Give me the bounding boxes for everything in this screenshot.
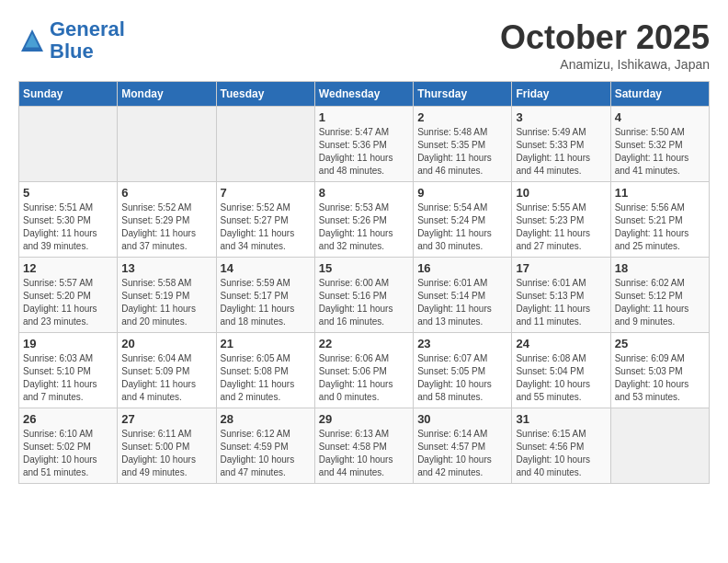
day-number: 10 bbox=[516, 186, 606, 200]
logo-text: General Blue bbox=[50, 18, 125, 63]
calendar-cell: 10Sunrise: 5:55 AMSunset: 5:23 PMDayligh… bbox=[512, 182, 610, 258]
calendar-table: SundayMondayTuesdayWednesdayThursdayFrid… bbox=[18, 81, 710, 484]
location-subtitle: Anamizu, Ishikawa, Japan bbox=[500, 57, 710, 72]
day-info: Sunrise: 6:14 AMSunset: 4:57 PMDaylight:… bbox=[417, 428, 507, 479]
day-info: Sunrise: 6:09 AMSunset: 5:03 PMDaylight:… bbox=[615, 352, 705, 404]
day-info: Sunrise: 5:52 AMSunset: 5:29 PMDaylight:… bbox=[121, 201, 211, 253]
day-info: Sunrise: 6:06 AMSunset: 5:06 PMDaylight:… bbox=[319, 352, 409, 404]
day-number: 16 bbox=[417, 261, 507, 275]
calendar-cell: 12Sunrise: 5:57 AMSunset: 5:20 PMDayligh… bbox=[19, 258, 118, 333]
calendar-cell: 13Sunrise: 5:58 AMSunset: 5:19 PMDayligh… bbox=[118, 258, 216, 333]
day-number: 29 bbox=[319, 412, 409, 426]
calendar-cell bbox=[610, 408, 709, 484]
calendar-cell: 19Sunrise: 6:03 AMSunset: 5:10 PMDayligh… bbox=[19, 333, 118, 408]
weekday-header: Wednesday bbox=[314, 82, 413, 107]
day-number: 9 bbox=[417, 186, 507, 200]
day-info: Sunrise: 5:47 AMSunset: 5:36 PMDaylight:… bbox=[319, 126, 409, 178]
day-info: Sunrise: 6:10 AMSunset: 5:02 PMDaylight:… bbox=[23, 428, 113, 479]
calendar-cell: 8Sunrise: 5:53 AMSunset: 5:26 PMDaylight… bbox=[314, 182, 413, 258]
day-number: 12 bbox=[23, 261, 113, 275]
day-number: 25 bbox=[615, 337, 705, 350]
day-info: Sunrise: 6:01 AMSunset: 5:14 PMDaylight:… bbox=[417, 277, 507, 328]
day-info: Sunrise: 6:12 AMSunset: 4:59 PMDaylight:… bbox=[221, 428, 311, 479]
calendar-cell: 25Sunrise: 6:09 AMSunset: 5:03 PMDayligh… bbox=[610, 333, 709, 408]
calendar-cell: 1Sunrise: 5:47 AMSunset: 5:36 PMDaylight… bbox=[314, 107, 413, 182]
day-number: 3 bbox=[516, 110, 606, 124]
calendar-cell bbox=[118, 107, 216, 182]
day-info: Sunrise: 6:03 AMSunset: 5:10 PMDaylight:… bbox=[23, 352, 113, 404]
calendar-cell: 17Sunrise: 6:01 AMSunset: 5:13 PMDayligh… bbox=[512, 258, 610, 333]
day-number: 23 bbox=[417, 337, 507, 350]
day-number: 13 bbox=[121, 261, 211, 275]
day-number: 8 bbox=[319, 186, 409, 200]
day-number: 18 bbox=[615, 261, 705, 275]
calendar-cell: 23Sunrise: 6:07 AMSunset: 5:05 PMDayligh… bbox=[414, 333, 512, 408]
calendar-cell: 26Sunrise: 6:10 AMSunset: 5:02 PMDayligh… bbox=[19, 408, 118, 484]
calendar-cell: 9Sunrise: 5:54 AMSunset: 5:24 PMDaylight… bbox=[414, 182, 512, 258]
day-number: 26 bbox=[23, 412, 113, 426]
day-number: 6 bbox=[121, 186, 211, 200]
calendar-cell bbox=[216, 107, 314, 182]
calendar-cell: 31Sunrise: 6:15 AMSunset: 4:56 PMDayligh… bbox=[512, 408, 610, 484]
title-block: October 2025 Anamizu, Ishikawa, Japan bbox=[500, 18, 710, 72]
calendar-header: SundayMondayTuesdayWednesdayThursdayFrid… bbox=[19, 82, 710, 107]
day-number: 14 bbox=[221, 261, 311, 275]
calendar-cell: 5Sunrise: 5:51 AMSunset: 5:30 PMDaylight… bbox=[19, 182, 118, 258]
weekday-header: Saturday bbox=[610, 82, 709, 107]
day-info: Sunrise: 5:49 AMSunset: 5:33 PMDaylight:… bbox=[516, 126, 606, 178]
day-info: Sunrise: 6:04 AMSunset: 5:09 PMDaylight:… bbox=[121, 352, 211, 404]
calendar-cell: 6Sunrise: 5:52 AMSunset: 5:29 PMDaylight… bbox=[118, 182, 216, 258]
calendar-week-row: 12Sunrise: 5:57 AMSunset: 5:20 PMDayligh… bbox=[19, 258, 710, 333]
day-info: Sunrise: 6:13 AMSunset: 4:58 PMDaylight:… bbox=[319, 428, 409, 479]
calendar-cell: 28Sunrise: 6:12 AMSunset: 4:59 PMDayligh… bbox=[216, 408, 314, 484]
day-number: 17 bbox=[516, 261, 606, 275]
calendar-week-row: 1Sunrise: 5:47 AMSunset: 5:36 PMDaylight… bbox=[19, 107, 710, 182]
page-header: General Blue October 2025 Anamizu, Ishik… bbox=[18, 18, 710, 72]
weekday-header: Monday bbox=[118, 82, 216, 107]
day-info: Sunrise: 5:55 AMSunset: 5:23 PMDaylight:… bbox=[516, 201, 606, 253]
calendar-cell: 7Sunrise: 5:52 AMSunset: 5:27 PMDaylight… bbox=[216, 182, 314, 258]
day-number: 2 bbox=[417, 110, 507, 124]
calendar-cell: 18Sunrise: 6:02 AMSunset: 5:12 PMDayligh… bbox=[610, 258, 709, 333]
day-info: Sunrise: 6:01 AMSunset: 5:13 PMDaylight:… bbox=[516, 277, 606, 328]
day-number: 5 bbox=[23, 186, 113, 200]
day-number: 22 bbox=[319, 337, 409, 350]
day-number: 19 bbox=[23, 337, 113, 350]
day-info: Sunrise: 5:50 AMSunset: 5:32 PMDaylight:… bbox=[615, 126, 705, 178]
logo: General Blue bbox=[18, 18, 125, 63]
logo-icon bbox=[18, 27, 46, 54]
weekday-header: Thursday bbox=[414, 82, 512, 107]
calendar-cell: 24Sunrise: 6:08 AMSunset: 5:04 PMDayligh… bbox=[512, 333, 610, 408]
day-info: Sunrise: 6:00 AMSunset: 5:16 PMDaylight:… bbox=[319, 277, 409, 328]
calendar-cell: 30Sunrise: 6:14 AMSunset: 4:57 PMDayligh… bbox=[414, 408, 512, 484]
calendar-cell: 20Sunrise: 6:04 AMSunset: 5:09 PMDayligh… bbox=[118, 333, 216, 408]
calendar-cell: 14Sunrise: 5:59 AMSunset: 5:17 PMDayligh… bbox=[216, 258, 314, 333]
day-number: 31 bbox=[516, 412, 606, 426]
day-number: 20 bbox=[121, 337, 211, 350]
calendar-cell: 11Sunrise: 5:56 AMSunset: 5:21 PMDayligh… bbox=[610, 182, 709, 258]
calendar-cell: 27Sunrise: 6:11 AMSunset: 5:00 PMDayligh… bbox=[118, 408, 216, 484]
day-info: Sunrise: 5:48 AMSunset: 5:35 PMDaylight:… bbox=[417, 126, 507, 178]
calendar-week-row: 5Sunrise: 5:51 AMSunset: 5:30 PMDaylight… bbox=[19, 182, 710, 258]
calendar-cell: 4Sunrise: 5:50 AMSunset: 5:32 PMDaylight… bbox=[610, 107, 709, 182]
calendar-cell: 22Sunrise: 6:06 AMSunset: 5:06 PMDayligh… bbox=[314, 333, 413, 408]
weekday-row: SundayMondayTuesdayWednesdayThursdayFrid… bbox=[19, 82, 710, 107]
calendar-cell: 21Sunrise: 6:05 AMSunset: 5:08 PMDayligh… bbox=[216, 333, 314, 408]
day-info: Sunrise: 6:15 AMSunset: 4:56 PMDaylight:… bbox=[516, 428, 606, 479]
day-info: Sunrise: 5:51 AMSunset: 5:30 PMDaylight:… bbox=[23, 201, 113, 253]
day-info: Sunrise: 5:59 AMSunset: 5:17 PMDaylight:… bbox=[221, 277, 311, 328]
day-info: Sunrise: 6:07 AMSunset: 5:05 PMDaylight:… bbox=[417, 352, 507, 404]
day-number: 15 bbox=[319, 261, 409, 275]
day-info: Sunrise: 6:02 AMSunset: 5:12 PMDaylight:… bbox=[615, 277, 705, 328]
calendar-body: 1Sunrise: 5:47 AMSunset: 5:36 PMDaylight… bbox=[19, 107, 710, 484]
day-number: 27 bbox=[121, 412, 211, 426]
day-info: Sunrise: 5:52 AMSunset: 5:27 PMDaylight:… bbox=[221, 201, 311, 253]
day-info: Sunrise: 5:56 AMSunset: 5:21 PMDaylight:… bbox=[615, 201, 705, 253]
day-number: 1 bbox=[319, 110, 409, 124]
calendar-cell: 2Sunrise: 5:48 AMSunset: 5:35 PMDaylight… bbox=[414, 107, 512, 182]
day-info: Sunrise: 6:08 AMSunset: 5:04 PMDaylight:… bbox=[516, 352, 606, 404]
day-number: 30 bbox=[417, 412, 507, 426]
calendar-cell: 15Sunrise: 6:00 AMSunset: 5:16 PMDayligh… bbox=[314, 258, 413, 333]
calendar-week-row: 26Sunrise: 6:10 AMSunset: 5:02 PMDayligh… bbox=[19, 408, 710, 484]
day-number: 11 bbox=[615, 186, 705, 200]
